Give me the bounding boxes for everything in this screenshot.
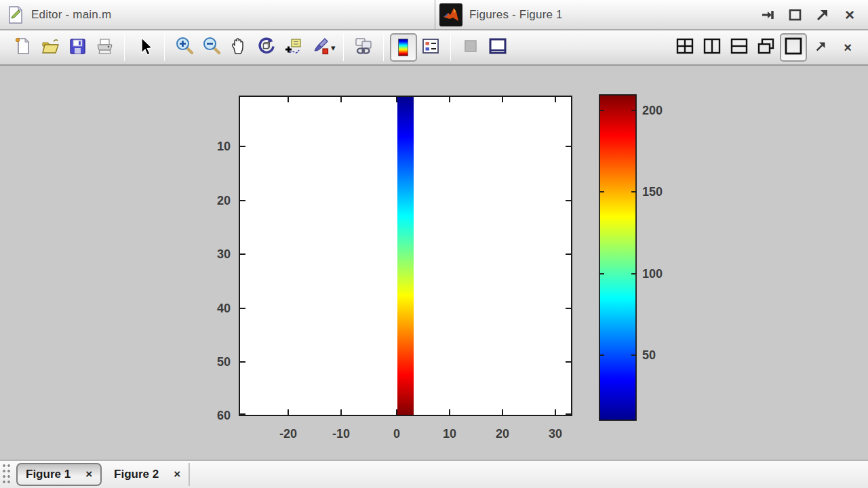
layout-columns-icon [702,37,722,58]
x-tick-label: -10 [332,427,350,441]
tab-label: Figure 2 [114,468,159,481]
data-cursor-tool-button[interactable] [279,33,307,62]
zoom-out-icon [201,36,222,59]
print-button[interactable] [91,33,118,62]
close-icon: × [845,8,854,22]
toolbar-separator [164,34,165,61]
colorbar-tick-label: 100 [642,267,663,281]
brush-dropdown[interactable]: ▾ [331,43,336,53]
show-plot-tools-button[interactable] [484,33,511,62]
toolbar-undock-button[interactable] [807,33,834,62]
toolbar-separator [124,34,125,61]
tab-figure-2[interactable]: Figure 2 × [106,463,190,486]
new-file-icon [13,36,33,59]
layout-rows-button[interactable] [726,33,753,62]
tab-close-icon[interactable]: × [174,468,180,481]
dock-icon [761,7,776,22]
x-tick-label: -20 [279,427,297,441]
tab-label: Figure 1 [26,468,71,481]
pointer-tool-button[interactable] [131,33,158,62]
tab-close-icon[interactable]: × [85,468,92,481]
layout-rows-icon [729,37,749,58]
insert-legend-button[interactable] [417,33,444,62]
y-tick-label: 30 [217,247,231,261]
save-figure-button[interactable] [64,33,91,62]
layout-grid-button[interactable] [671,33,698,62]
save-floppy-icon [67,36,87,59]
colorbar-labels: 200 150 100 50 [642,104,663,362]
brush-tool-button[interactable] [307,33,334,62]
pan-hand-icon [229,36,249,59]
insert-colorbar-button[interactable] [390,33,417,62]
figure-canvas: 10 20 30 40 50 60 -20 -10 0 10 20 30 200… [0,66,868,460]
toolbar-separator [450,34,451,61]
toolbar-separator [383,34,384,61]
y-tick-label: 50 [217,355,231,369]
link-plots-button[interactable] [350,33,377,62]
rotate-3d-tool-button[interactable] [252,33,279,62]
figure-toolbar: ▾ [0,30,868,66]
zoom-in-tool-button[interactable] [171,33,198,62]
y-tick-label: 20 [217,194,231,207]
maximize-icon [788,7,803,22]
layout-cascade-icon [756,37,776,58]
show-plot-tools-icon [488,36,508,59]
close-icon: × [844,40,852,56]
layout-single-button[interactable] [780,33,807,62]
layout-cascade-button[interactable] [753,33,780,62]
hide-plot-tools-icon [460,36,481,59]
tabbar-grip-handle[interactable] [3,464,12,485]
colorbar-tick-label: 200 [642,104,663,117]
legend-icon [420,36,441,59]
y-axis-labels: 10 20 30 40 50 60 [217,140,231,422]
undock-button[interactable] [815,7,830,22]
undock-icon [816,8,829,22]
y-tick-label: 60 [217,409,231,422]
zoom-out-tool-button[interactable] [198,33,225,62]
toolbar-close-button[interactable]: × [834,33,861,62]
open-file-button[interactable] [37,33,64,62]
x-tick-label: 0 [393,427,400,441]
x-tick-label: 10 [443,427,456,441]
editor-title: Editor - main.m [31,8,111,22]
open-folder-icon [40,36,60,59]
layout-columns-button[interactable] [698,33,726,62]
window-controls: × [761,7,868,22]
close-window-button[interactable]: × [842,7,857,22]
link-icon [353,36,374,59]
pan-tool-button[interactable] [225,33,252,62]
rotate-3d-icon [256,36,276,59]
titlebar-row: Editor - main.m Figures - Figure 1 [0,0,868,30]
colorbar-tick-label: 50 [642,348,656,362]
zoom-in-icon [174,36,195,59]
dock-button[interactable] [761,7,776,22]
new-figure-button[interactable] [9,33,37,62]
x-axis-labels: -20 -10 0 10 20 30 [279,427,562,441]
editor-titlebar[interactable]: Editor - main.m [0,0,435,30]
layout-button-group: × [671,33,868,62]
x-tick-label: 30 [549,427,562,441]
figures-titlebar[interactable]: Figures - Figure 1 [435,0,868,30]
editor-document-icon [7,5,24,25]
colorbar-icon [398,39,408,56]
figures-title: Figures - Figure 1 [469,8,563,22]
y-tick-label: 40 [217,302,231,315]
plot-axes[interactable]: 10 20 30 40 50 60 -20 -10 0 10 20 30 200… [0,66,868,460]
heatmap-stripe[interactable] [397,97,414,415]
colorbar-tick-label: 150 [642,185,663,199]
pointer-arrow-icon [134,36,155,59]
layout-single-icon [783,37,804,58]
printer-icon [94,36,115,59]
brush-icon [310,36,330,59]
colorbar[interactable] [599,95,636,420]
x-tick-label: 20 [496,427,509,441]
maximize-button[interactable] [788,7,803,22]
data-cursor-icon [283,36,303,59]
layout-grid-icon [675,37,695,58]
y-tick-label: 10 [217,140,231,153]
matlab-logo-icon [439,3,462,26]
hide-plot-tools-button [457,33,484,62]
undock-icon [815,41,827,55]
tab-figure-1[interactable]: Figure 1 × [16,463,102,486]
figure-tab-bar: Figure 1 × Figure 2 × [0,460,868,488]
